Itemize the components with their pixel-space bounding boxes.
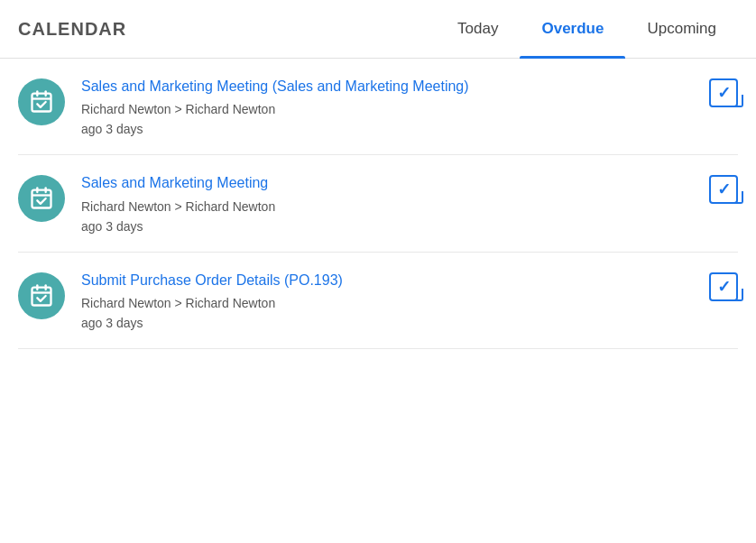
item-assignee: Richard Newton > Richard Newton <box>81 296 693 310</box>
check-corner <box>731 191 743 204</box>
calendar-icon <box>29 89 54 115</box>
check-corner <box>731 289 743 301</box>
tab-nav: Today Overdue Upcoming <box>436 0 738 59</box>
item-content: Submit Purchase Order Details (PO.193) R… <box>81 271 693 330</box>
svg-rect-0 <box>32 94 51 112</box>
item-title[interactable]: Submit Purchase Order Details (PO.193) <box>81 271 693 290</box>
complete-button[interactable] <box>709 272 738 301</box>
calendar-avatar <box>18 272 65 319</box>
list-item: Sales and Marketing Meeting Richard Newt… <box>18 155 738 252</box>
item-title[interactable]: Sales and Marketing Meeting (Sales and M… <box>81 77 693 97</box>
item-assignee: Richard Newton > Richard Newton <box>81 102 693 116</box>
complete-button[interactable] <box>709 175 738 204</box>
calendar-avatar <box>18 78 65 125</box>
items-list: Sales and Marketing Meeting (Sales and M… <box>0 59 756 349</box>
item-assignee: Richard Newton > Richard Newton <box>81 199 693 214</box>
check-icon[interactable] <box>709 78 738 107</box>
list-item: Submit Purchase Order Details (PO.193) R… <box>18 253 738 349</box>
svg-rect-8 <box>32 287 51 305</box>
calendar-avatar <box>18 175 65 222</box>
app-title: CALENDAR <box>18 19 436 40</box>
list-item: Sales and Marketing Meeting (Sales and M… <box>18 59 738 155</box>
svg-rect-4 <box>32 190 51 208</box>
item-time: ago 3 days <box>81 122 693 136</box>
item-time: ago 3 days <box>81 316 693 330</box>
check-icon[interactable] <box>709 272 738 301</box>
item-title[interactable]: Sales and Marketing Meeting <box>81 173 693 193</box>
tab-overdue[interactable]: Overdue <box>520 0 625 59</box>
tab-upcoming[interactable]: Upcoming <box>625 0 738 59</box>
check-corner <box>731 95 743 107</box>
complete-button[interactable] <box>709 78 738 107</box>
item-time: ago 3 days <box>81 219 693 234</box>
item-content: Sales and Marketing Meeting (Sales and M… <box>81 77 693 136</box>
item-content: Sales and Marketing Meeting Richard Newt… <box>81 173 693 233</box>
tab-today[interactable]: Today <box>436 0 520 59</box>
calendar-icon <box>29 186 54 211</box>
app-header: CALENDAR Today Overdue Upcoming <box>0 0 756 59</box>
calendar-icon <box>29 283 54 308</box>
check-icon[interactable] <box>709 175 738 204</box>
